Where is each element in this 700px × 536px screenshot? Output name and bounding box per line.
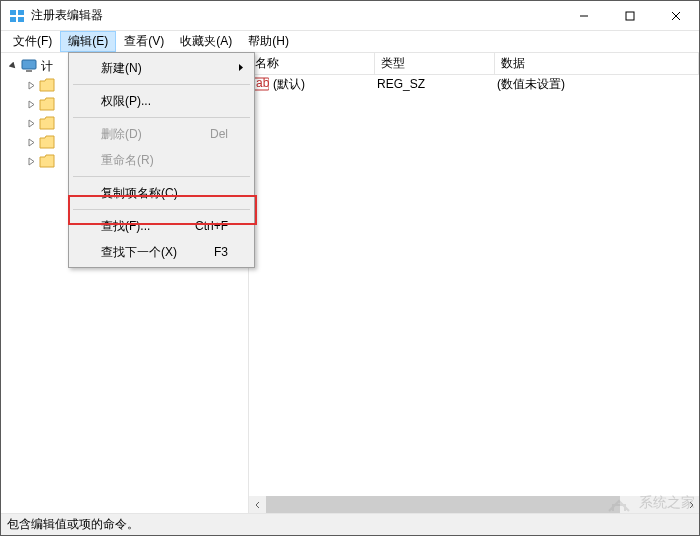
menu-view[interactable]: 查看(V) — [116, 31, 172, 52]
list-row[interactable]: ab (默认) REG_SZ (数值未设置) — [249, 75, 699, 93]
close-button[interactable] — [653, 1, 699, 30]
maximize-button[interactable] — [607, 1, 653, 30]
menu-item-find[interactable]: 查找(F)... Ctrl+F — [71, 213, 252, 239]
submenu-arrow-icon — [238, 61, 244, 75]
folder-icon — [39, 78, 55, 92]
cell-name: (默认) — [273, 76, 377, 93]
expand-icon[interactable] — [25, 119, 37, 128]
list-pane: 名称 类型 数据 ab (默认) REG_SZ (数值未设置) — [249, 53, 699, 513]
registry-editor-window: 注册表编辑器 文件(F) 编辑(E) 查看(V) 收藏夹(A) 帮助(H) 计 — [0, 0, 700, 536]
menu-separator — [73, 176, 250, 177]
svg-rect-1 — [18, 10, 24, 15]
svg-rect-8 — [22, 60, 36, 69]
horizontal-scrollbar[interactable] — [249, 496, 699, 513]
list-body: ab (默认) REG_SZ (数值未设置) — [249, 75, 699, 513]
menu-item-copy-key-name[interactable]: 复制项名称(C) — [71, 180, 252, 206]
scroll-left-icon[interactable] — [249, 496, 266, 513]
svg-rect-2 — [10, 17, 16, 22]
status-text: 包含编辑值或项的命令。 — [7, 516, 139, 533]
menu-shortcut: Ctrl+F — [195, 219, 228, 233]
edit-dropdown-menu: 新建(N) 权限(P)... 删除(D) Del 重命名(R) 复制项名称(C)… — [68, 52, 255, 268]
menu-favorites[interactable]: 收藏夹(A) — [172, 31, 240, 52]
menu-item-label: 新建(N) — [101, 60, 142, 77]
status-bar: 包含编辑值或项的命令。 — [1, 513, 699, 535]
menu-item-rename: 重命名(R) — [71, 147, 252, 173]
app-icon — [9, 8, 25, 24]
scroll-right-icon[interactable] — [682, 496, 699, 513]
titlebar: 注册表编辑器 — [1, 1, 699, 31]
menu-item-label: 权限(P)... — [101, 93, 151, 110]
menu-item-find-next[interactable]: 查找下一个(X) F3 — [71, 239, 252, 265]
cell-data: (数值未设置) — [497, 76, 699, 93]
list-header: 名称 类型 数据 — [249, 53, 699, 75]
folder-icon — [39, 135, 55, 149]
collapse-icon[interactable] — [7, 62, 19, 71]
column-header-name[interactable]: 名称 — [249, 53, 375, 74]
menu-item-permissions[interactable]: 权限(P)... — [71, 88, 252, 114]
cell-type: REG_SZ — [377, 77, 497, 91]
folder-icon — [39, 154, 55, 168]
svg-text:ab: ab — [256, 77, 269, 90]
svg-rect-0 — [10, 10, 16, 15]
svg-rect-5 — [626, 12, 634, 20]
menubar: 文件(F) 编辑(E) 查看(V) 收藏夹(A) 帮助(H) — [1, 31, 699, 53]
folder-icon — [39, 116, 55, 130]
menu-item-label: 重命名(R) — [101, 152, 154, 169]
menu-item-label: 查找(F)... — [101, 218, 150, 235]
folder-icon — [39, 97, 55, 111]
menu-file[interactable]: 文件(F) — [5, 31, 60, 52]
tree-root-label: 计 — [41, 58, 53, 75]
menu-item-label: 查找下一个(X) — [101, 244, 177, 261]
menu-help[interactable]: 帮助(H) — [240, 31, 297, 52]
window-controls — [561, 1, 699, 30]
expand-icon[interactable] — [25, 157, 37, 166]
expand-icon[interactable] — [25, 100, 37, 109]
menu-separator — [73, 117, 250, 118]
expand-icon[interactable] — [25, 81, 37, 90]
menu-shortcut: Del — [210, 127, 228, 141]
menu-item-new[interactable]: 新建(N) — [71, 55, 252, 81]
menu-separator — [73, 84, 250, 85]
scroll-thumb[interactable] — [266, 496, 620, 513]
svg-rect-3 — [18, 17, 24, 22]
menu-edit[interactable]: 编辑(E) — [60, 31, 116, 52]
scroll-track[interactable] — [266, 496, 682, 513]
svg-rect-9 — [26, 70, 32, 72]
column-header-type[interactable]: 类型 — [375, 53, 495, 74]
menu-separator — [73, 209, 250, 210]
minimize-button[interactable] — [561, 1, 607, 30]
menu-item-delete: 删除(D) Del — [71, 121, 252, 147]
menu-shortcut: F3 — [214, 245, 228, 259]
expand-icon[interactable] — [25, 138, 37, 147]
column-header-data[interactable]: 数据 — [495, 53, 699, 74]
menu-item-label: 删除(D) — [101, 126, 142, 143]
computer-icon — [21, 59, 37, 73]
window-title: 注册表编辑器 — [31, 7, 561, 24]
string-value-icon: ab — [253, 77, 269, 91]
menu-item-label: 复制项名称(C) — [101, 185, 178, 202]
